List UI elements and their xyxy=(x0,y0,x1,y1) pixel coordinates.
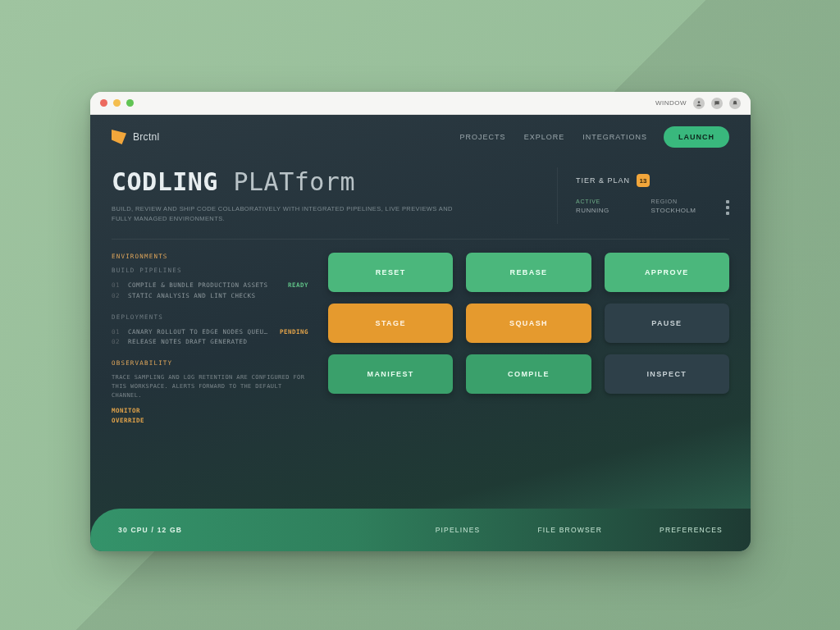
top-nav: Brctnl Projects Explore Integrations Lau… xyxy=(90,115,751,156)
bell-icon[interactable] xyxy=(729,98,741,109)
list-item[interactable]: 01 Canary rollout to edge nodes queued P… xyxy=(112,327,308,338)
list-item[interactable]: 02 Release notes draft generated xyxy=(112,337,308,348)
status-overflow-menu[interactable] xyxy=(726,199,729,215)
list-section-label-2: Deployments xyxy=(112,313,308,321)
page-title: CODLING PLATform xyxy=(112,167,532,196)
list-heading: Environments xyxy=(112,253,308,260)
metric-value-1: Stockholm xyxy=(651,207,720,214)
maximize-window-button[interactable] xyxy=(126,99,134,107)
metric-label-0: Active xyxy=(576,199,645,204)
titlebar-menu-label[interactable]: Window xyxy=(655,99,687,107)
brand[interactable]: Brctnl xyxy=(112,130,159,144)
metric-value-0: Running xyxy=(576,207,645,214)
main-content: Environments Build Pipelines 01 Compile … xyxy=(90,240,751,509)
card-pause[interactable]: Pause xyxy=(605,304,729,343)
page-subtitle: Build, review and ship code collaborativ… xyxy=(112,204,456,224)
card-rebase[interactable]: Rebase xyxy=(466,253,591,292)
side-list: Environments Build Pipelines 01 Compile … xyxy=(112,253,308,509)
window-controls xyxy=(100,99,134,107)
svg-point-0 xyxy=(698,101,701,103)
user-icon[interactable] xyxy=(693,98,705,109)
card-approve[interactable]: Approve xyxy=(605,253,729,292)
card-manifest[interactable]: Manifest xyxy=(328,354,453,394)
status-badge: 13 xyxy=(637,174,650,187)
app-window: Window Brctnl Projects Explore Integ xyxy=(90,92,751,551)
observability-tag-2[interactable]: Override xyxy=(112,416,144,427)
list-item[interactable]: 02 Static analysis and lint checks xyxy=(112,291,308,302)
launch-button[interactable]: Launch xyxy=(664,126,729,148)
list-section-pipelines: Build Pipelines 01 Compile & bundle prod… xyxy=(112,267,308,302)
status-label: Tier & Plan xyxy=(576,176,630,185)
card-reset[interactable]: Reset xyxy=(328,253,453,292)
card-squash[interactable]: Squash xyxy=(466,304,591,343)
list-item[interactable]: 01 Compile & bundle production assets Re… xyxy=(112,281,308,291)
hero: CODLING PLATform Build, review and ship … xyxy=(90,156,751,224)
titlebar: Window xyxy=(90,92,751,115)
status-panel: Tier & Plan 13 Active Running Region Sto… xyxy=(557,167,729,224)
nav-link-explore[interactable]: Explore xyxy=(524,133,565,141)
list-section-observability: Observability Trace sampling and log ret… xyxy=(112,359,308,427)
close-window-button[interactable] xyxy=(100,99,107,107)
list-section-label-3: Observability xyxy=(112,359,308,367)
footer-link-pipelines[interactable]: Pipelines xyxy=(436,526,481,534)
nav-links: Projects Explore Integrations xyxy=(460,133,647,141)
list-section-deployments: Deployments 01 Canary rollout to edge no… xyxy=(112,313,308,349)
metric-label-1: Region xyxy=(651,199,720,204)
card-compile[interactable]: Compile xyxy=(466,354,591,394)
footer-link-preferences[interactable]: Preferences xyxy=(660,526,723,534)
brand-mark-icon xyxy=(112,130,126,144)
list-section-label-1: Build Pipelines xyxy=(112,267,308,274)
app-body: Brctnl Projects Explore Integrations Lau… xyxy=(90,115,751,551)
brand-name: Brctnl xyxy=(133,131,159,143)
footer-bar: 30 CPU / 12 GB Pipelines File Browser Pr… xyxy=(90,509,751,551)
list-section-desc: Trace sampling and log retention are con… xyxy=(112,373,308,401)
observability-tag-1[interactable]: Monitor xyxy=(112,406,140,417)
nav-link-projects[interactable]: Projects xyxy=(460,133,506,141)
chat-icon[interactable] xyxy=(711,98,723,109)
footer-link-filebrowser[interactable]: File Browser xyxy=(537,526,602,534)
nav-link-integrations[interactable]: Integrations xyxy=(582,133,647,141)
page-title-light: PLATform xyxy=(234,167,356,196)
minimize-window-button[interactable] xyxy=(113,99,121,107)
page-title-strong: CODLING xyxy=(112,167,218,196)
action-grid: Reset Rebase Approve Stage Squash Pause … xyxy=(328,253,729,509)
card-inspect[interactable]: Inspect xyxy=(605,354,729,394)
card-stage[interactable]: Stage xyxy=(328,304,453,343)
footer-resources: 30 CPU / 12 GB xyxy=(118,526,182,534)
